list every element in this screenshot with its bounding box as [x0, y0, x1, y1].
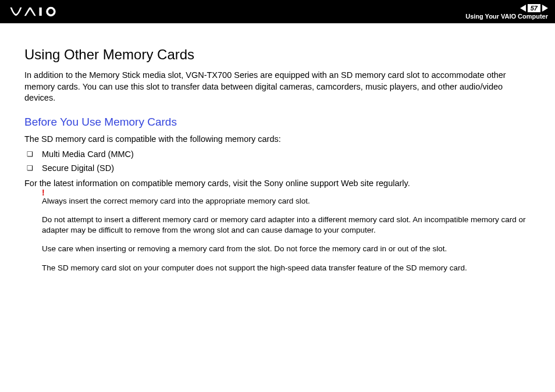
warning-icon: ! — [42, 188, 45, 197]
compat-intro: The SD memory card is compatible with th… — [24, 134, 531, 144]
warning-text: The SD memory card slot on your computer… — [42, 263, 531, 273]
warning-text: Use care when inserting or removing a me… — [42, 244, 531, 254]
list-item: Secure Digital (SD) — [24, 163, 531, 173]
compat-note: For the latest information on compatible… — [24, 179, 531, 188]
intro-paragraph: In addition to the Memory Stick media sl… — [24, 70, 531, 104]
memory-card-list: Multi Media Card (MMC) Secure Digital (S… — [24, 149, 531, 173]
header-right-block: 57 Using Your VAIO Computer — [465, 4, 548, 20]
next-page-icon[interactable] — [542, 5, 548, 12]
prev-page-icon[interactable] — [520, 5, 526, 12]
section-title: Using Your VAIO Computer — [465, 13, 548, 20]
page-header: 57 Using Your VAIO Computer — [0, 0, 555, 23]
page-title: Using Other Memory Cards — [24, 47, 531, 63]
svg-point-1 — [47, 8, 55, 16]
list-item: Multi Media Card (MMC) — [24, 149, 531, 159]
warning-text: Do not attempt to insert a different mem… — [42, 215, 531, 236]
vaio-logo — [9, 5, 67, 19]
page-content: Using Other Memory Cards In addition to … — [0, 23, 555, 273]
page-navigation: 57 — [520, 4, 548, 12]
warning-block: ! Always insert the correct memory card … — [24, 196, 531, 273]
page-number: 57 — [528, 4, 540, 12]
svg-rect-0 — [39, 8, 41, 16]
subheading: Before You Use Memory Cards — [24, 116, 531, 129]
warning-text: Always insert the correct memory card in… — [42, 196, 531, 206]
